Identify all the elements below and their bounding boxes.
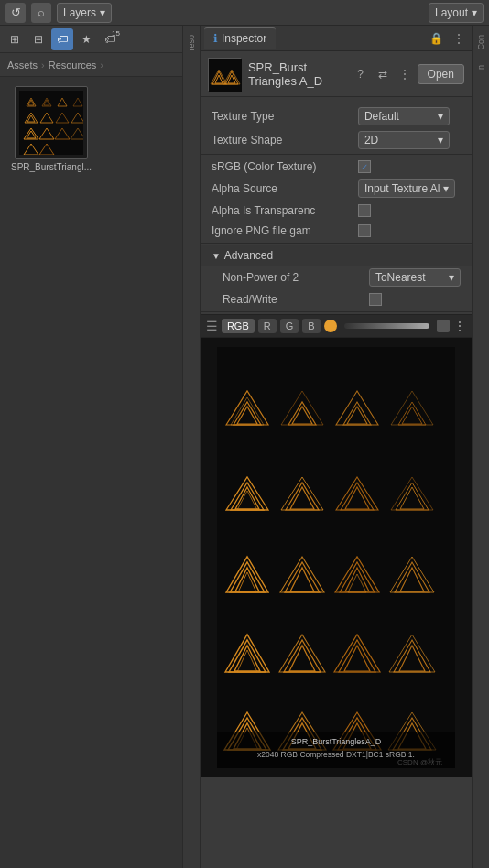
alpha-transparent-row: Alpha Is Transparenc (201, 201, 472, 221)
link-icon[interactable]: ⇄ (374, 65, 392, 83)
divider3 (201, 311, 472, 312)
advanced-section-header[interactable]: ▼ Advanced (201, 245, 472, 266)
non-power-option: ToNearest (375, 271, 426, 284)
menu-icon[interactable]: ⋮ (450, 29, 468, 48)
srgb-label: sRGB (Color Texture) (212, 160, 358, 173)
channel-bar: ☰ RGB R G B ⋮ (201, 314, 472, 338)
users-panel-icon[interactable]: ⊟ (27, 28, 49, 50)
sidebar-item-n[interactable]: n (473, 60, 488, 75)
left-panel-icons: ⊞ ⊟ 🏷 ★ 🏷15 (0, 26, 182, 53)
srgb-row: sRGB (Color Texture) (201, 157, 472, 177)
alpha-source-row: Alpha Source Input Texture Al ▾ (201, 177, 472, 201)
alpha-source-label: Alpha Source (212, 182, 358, 195)
rgb-channel-button[interactable]: RGB (222, 319, 255, 333)
lock-icon[interactable]: 🔒 (428, 29, 446, 48)
non-power-dropdown[interactable]: ToNearest ▾ (369, 268, 461, 287)
ignore-png-value (358, 224, 461, 237)
asset-header: SPR_Burst Triangles A_D ? ⇄ ⋮ Open (201, 51, 472, 97)
channel-menu-icon[interactable]: ⋮ (453, 319, 466, 333)
alpha-source-option: Input Texture Al (364, 182, 440, 195)
alpha-source-dropdown[interactable]: Input Texture Al ▾ (358, 179, 456, 198)
history-panel-icon[interactable]: ⊞ (4, 28, 26, 50)
list-item[interactable]: SPR_BurstTriangl... (5, 82, 97, 176)
thumbnail-svg (19, 91, 83, 155)
b-channel-button[interactable]: B (302, 319, 320, 333)
non-power-row: Non-Power of 2 ToNearest ▾ (201, 266, 472, 289)
texture-shape-row: Texture Shape 2D ▾ (201, 128, 472, 152)
right-panel: ℹ Inspector 🔒 ⋮ (201, 26, 472, 868)
sidebar-item-con[interactable]: Con (473, 29, 488, 56)
channel-lines-icon: ☰ (206, 319, 218, 333)
svg-text:SPR_BurstTrianglesA_D: SPR_BurstTrianglesA_D (291, 737, 382, 746)
advanced-label: Advanced (224, 249, 273, 262)
svg-rect-19 (209, 59, 242, 92)
alpha-transparent-checkbox[interactable] (358, 204, 371, 217)
star-panel-icon[interactable]: ★ (75, 28, 97, 50)
non-power-arrow-icon: ▾ (449, 271, 454, 284)
texture-shape-option: 2D (364, 134, 378, 146)
texture-type-label: Texture Type (212, 110, 358, 123)
badge-count: 15 (112, 29, 120, 38)
texture-shape-value: 2D ▾ (358, 131, 461, 149)
breadcrumb-sep2: › (100, 60, 103, 71)
texture-type-option: Default (364, 110, 399, 123)
asset-thumb (208, 58, 241, 91)
file-browser: SPR_BurstTriangl... (0, 77, 182, 868)
asset-name: SPR_Burst Triangles A_D (248, 60, 344, 88)
asset-header-icons: ? ⇄ ⋮ Open (352, 64, 464, 84)
g-channel-button[interactable]: G (280, 319, 299, 333)
asset-menu-icon[interactable]: ⋮ (396, 65, 414, 83)
ignore-png-checkbox[interactable] (358, 224, 371, 237)
search-icon[interactable]: ⌕ (31, 3, 51, 23)
divider2 (201, 243, 472, 244)
texture-shape-dropdown[interactable]: 2D ▾ (358, 131, 450, 149)
shape-dropdown-arrow-icon: ▾ (438, 134, 443, 146)
side-tabs-right: Con n (472, 26, 489, 868)
layout-label: Layout (435, 6, 468, 19)
srgb-value (358, 160, 461, 173)
layers-dropdown[interactable]: Layers ▾ (57, 3, 112, 23)
texture-type-value: Default ▾ (358, 107, 461, 125)
breadcrumb-resources[interactable]: Resources (49, 60, 97, 71)
layers-arrow-icon: ▾ (100, 6, 105, 19)
svg-text:CSDN @秋元: CSDN @秋元 (397, 758, 442, 766)
tab-inspector[interactable]: ℹ Inspector (204, 27, 276, 49)
texture-shape-label: Texture Shape (212, 134, 358, 146)
open-button[interactable]: Open (418, 64, 464, 84)
ignore-png-row: Ignore PNG file gam (201, 221, 472, 241)
alpha-preview (437, 320, 450, 332)
srgb-checkbox[interactable] (358, 160, 371, 173)
texture-preview-svg: SPR_BurstTrianglesA_D x2048 RGB Compress… (217, 347, 455, 768)
main-layout: ⊞ ⊟ 🏷 ★ 🏷15 Assets › Resources › (0, 26, 489, 868)
filter-panel-icon[interactable]: 🏷15 (99, 28, 121, 50)
alpha-transparent-value (358, 204, 461, 217)
tag-panel-icon[interactable]: 🏷 (51, 28, 73, 50)
texture-type-row: Texture Type Default ▾ (201, 104, 472, 128)
layout-arrow-icon: ▾ (472, 6, 477, 19)
read-write-label: Read/Write (223, 293, 369, 306)
inspector-tabs: ℹ Inspector 🔒 ⋮ (201, 26, 472, 51)
layers-label: Layers (63, 6, 96, 19)
tab-inspector-label: Inspector (222, 32, 266, 45)
asset-thumb-svg (209, 59, 242, 92)
read-write-checkbox[interactable] (369, 293, 382, 306)
non-power-label: Non-Power of 2 (223, 271, 369, 284)
history-icon[interactable]: ↺ (5, 3, 26, 23)
question-icon[interactable]: ? (352, 65, 370, 83)
ignore-png-label: Ignore PNG file gam (212, 224, 358, 237)
svg-text:x2048  RGB Compressed DXT1|BC1: x2048 RGB Compressed DXT1|BC1 sRGB 1. (257, 750, 415, 759)
texture-preview: SPR_BurstTrianglesA_D x2048 RGB Compress… (201, 338, 472, 777)
inspector-content: Texture Type Default ▾ Texture Shape 2D … (201, 97, 472, 868)
brightness-slider[interactable] (344, 323, 429, 329)
breadcrumb-assets[interactable]: Assets (7, 60, 38, 71)
r-channel-button[interactable]: R (258, 319, 277, 333)
alpha-transparent-label: Alpha Is Transparenc (212, 204, 358, 217)
alpha-dropdown-arrow-icon: ▾ (443, 182, 449, 195)
sidebar-item-reso[interactable]: reso (184, 29, 199, 57)
breadcrumb-sep: › (41, 60, 45, 71)
texture-type-dropdown[interactable]: Default ▾ (358, 107, 450, 125)
non-power-value: ToNearest ▾ (369, 268, 461, 287)
read-write-row: Read/Write (201, 289, 472, 309)
side-tabs-left: reso (183, 26, 201, 868)
layout-dropdown[interactable]: Layout ▾ (429, 3, 484, 23)
